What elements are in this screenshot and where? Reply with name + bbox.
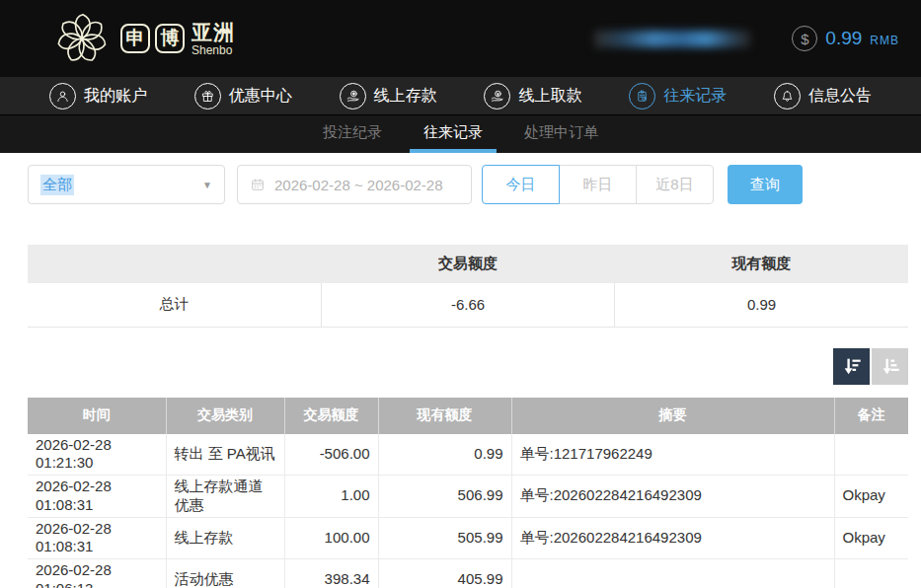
summary-total-trade: -6.66 bbox=[321, 283, 614, 327]
main-nav: 我的账户 优惠中心 线上存款 线上取款 往来记录 信息公告 bbox=[0, 77, 921, 115]
cell-remark bbox=[834, 559, 908, 588]
transactions-table: 时间 交易类别 交易额度 现有额度 摘要 备注 2026-02-28 01:21… bbox=[28, 398, 908, 588]
sort-ascending-button[interactable] bbox=[872, 348, 908, 385]
table-row: 2026-02-28 01:08:31 线上存款 100.00 505.99 单… bbox=[28, 517, 908, 559]
cell-summary: 单号:202602284216492309 bbox=[511, 517, 834, 559]
chevron-down-icon: ▼ bbox=[202, 180, 212, 190]
cell-summary bbox=[511, 559, 834, 588]
nav-item-deposit[interactable]: 线上存款 bbox=[340, 83, 437, 110]
logo-char-box: 申 bbox=[120, 24, 150, 53]
nav-item-promotions[interactable]: 优惠中心 bbox=[194, 83, 292, 110]
header-summary: 摘要 bbox=[511, 398, 834, 434]
top-header: 申 博 亚洲 Shenbo $ 0.99 RMB bbox=[0, 0, 921, 77]
summary-total-balance: 0.99 bbox=[615, 283, 908, 327]
sort-ascending-icon bbox=[880, 355, 901, 377]
records-icon bbox=[629, 83, 655, 110]
cell-amount: 100.00 bbox=[284, 517, 378, 559]
table-header-row: 时间 交易类别 交易额度 现有额度 摘要 备注 bbox=[28, 398, 908, 434]
cell-type: 转出 至 PA视讯 bbox=[166, 434, 284, 476]
gift-icon bbox=[194, 83, 221, 110]
header-balance: 现有额度 bbox=[378, 398, 511, 434]
header-remark: 备注 bbox=[834, 398, 908, 434]
summary-total-row: 总计 -6.66 0.99 bbox=[28, 283, 908, 327]
tab-transaction-records[interactable]: 往来记录 bbox=[410, 115, 497, 153]
nav-label: 往来记录 bbox=[663, 86, 727, 107]
logo-region-text: 亚洲 bbox=[192, 22, 235, 42]
table-row: 2026-02-28 01:06:13 活动优惠 398.34 405.99 bbox=[28, 559, 908, 588]
nav-label: 信息公告 bbox=[808, 86, 872, 107]
withdraw-icon bbox=[484, 83, 510, 110]
balance-amount: 0.99 bbox=[825, 28, 862, 49]
summary-table: 交易额度 现有额度 总计 -6.66 0.99 bbox=[28, 245, 908, 328]
nav-item-withdraw[interactable]: 线上取款 bbox=[484, 83, 581, 110]
selected-type: 全部 bbox=[40, 175, 74, 195]
cell-balance: 405.99 bbox=[378, 559, 511, 588]
nav-item-records[interactable]: 往来记录 bbox=[629, 83, 727, 110]
summary-header-trade: 交易额度 bbox=[321, 245, 614, 283]
last-8-days-button[interactable]: 近8日 bbox=[636, 165, 714, 204]
sub-nav: 投注纪录 往来记录 处理中订单 bbox=[0, 115, 921, 153]
cell-amount: -506.00 bbox=[284, 434, 378, 476]
summary-header-balance: 现有额度 bbox=[615, 245, 908, 283]
quick-date-group: 今日 昨日 近8日 bbox=[482, 165, 714, 204]
cell-time: 2026-02-28 01:08:31 bbox=[28, 476, 166, 518]
cell-type: 线上存款 bbox=[166, 517, 284, 559]
dollar-circle-icon: $ bbox=[792, 26, 817, 51]
tab-pending-orders[interactable]: 处理中订单 bbox=[510, 115, 612, 153]
cell-remark bbox=[834, 434, 908, 476]
calendar-icon bbox=[250, 177, 266, 192]
cell-type: 线上存款通道优惠 bbox=[166, 476, 284, 518]
summary-total-label: 总计 bbox=[28, 283, 321, 327]
transaction-type-select[interactable]: 全部 ▼ bbox=[28, 165, 225, 204]
cell-summary: 单号:121717962249 bbox=[511, 434, 834, 476]
cell-amount: 1.00 bbox=[284, 476, 378, 518]
nav-label: 线上存款 bbox=[374, 86, 437, 107]
nav-item-announcements[interactable]: 信息公告 bbox=[774, 83, 872, 110]
date-range-value: 2026-02-28 ~ 2026-02-28 bbox=[274, 177, 443, 193]
account-balance[interactable]: $ 0.99 RMB bbox=[792, 26, 899, 51]
header-type: 交易类别 bbox=[166, 398, 284, 434]
cell-amount: 398.34 bbox=[284, 559, 378, 588]
nav-label: 线上取款 bbox=[518, 86, 581, 107]
cell-summary: 单号:202602284216492309 bbox=[511, 476, 834, 518]
today-button[interactable]: 今日 bbox=[482, 165, 560, 204]
table-row: 2026-02-28 01:21:30 转出 至 PA视讯 -506.00 0.… bbox=[28, 434, 908, 476]
cell-balance: 0.99 bbox=[378, 434, 511, 476]
tab-bet-records[interactable]: 投注纪录 bbox=[309, 115, 396, 153]
table-row: 2026-02-28 01:08:31 线上存款通道优惠 1.00 506.99… bbox=[28, 476, 908, 518]
username-blurred bbox=[594, 31, 750, 47]
date-range-picker[interactable]: 2026-02-28 ~ 2026-02-28 bbox=[237, 165, 472, 204]
bell-icon bbox=[774, 83, 801, 110]
content-area: 全部 ▼ 2026-02-28 ~ 2026-02-28 今日 昨日 近8日 查… bbox=[0, 153, 921, 588]
sort-controls bbox=[28, 348, 908, 385]
logo-char-box: 博 bbox=[155, 24, 185, 53]
cell-time: 2026-02-28 01:21:30 bbox=[28, 434, 166, 476]
filter-row: 全部 ▼ 2026-02-28 ~ 2026-02-28 今日 昨日 近8日 查… bbox=[28, 165, 908, 204]
yesterday-button[interactable]: 昨日 bbox=[559, 165, 637, 204]
cell-time: 2026-02-28 01:08:31 bbox=[28, 517, 166, 559]
balance-currency: RMB bbox=[870, 30, 899, 47]
cell-balance: 506.99 bbox=[378, 476, 511, 518]
logo-subtitle: Shenbo bbox=[192, 44, 235, 56]
cell-balance: 505.99 bbox=[378, 517, 511, 559]
sort-descending-icon bbox=[841, 355, 863, 377]
header-time: 时间 bbox=[28, 398, 166, 434]
cell-remark: Okpay bbox=[834, 517, 908, 559]
deposit-icon bbox=[340, 83, 366, 110]
nav-label: 优惠中心 bbox=[229, 86, 292, 107]
cell-type: 活动优惠 bbox=[166, 559, 284, 588]
site-logo[interactable]: 申 博 亚洲 Shenbo bbox=[51, 8, 235, 69]
sort-descending-button[interactable] bbox=[833, 348, 870, 385]
header-amount: 交易额度 bbox=[284, 398, 378, 434]
cell-remark: Okpay bbox=[834, 476, 908, 518]
search-button[interactable]: 查询 bbox=[728, 165, 803, 204]
nav-label: 我的账户 bbox=[84, 86, 147, 107]
cell-time: 2026-02-28 01:06:13 bbox=[28, 559, 166, 588]
flower-logo-icon bbox=[51, 8, 113, 69]
summary-header-empty bbox=[28, 245, 321, 283]
user-icon bbox=[49, 83, 76, 110]
nav-item-my-account[interactable]: 我的账户 bbox=[49, 83, 147, 110]
